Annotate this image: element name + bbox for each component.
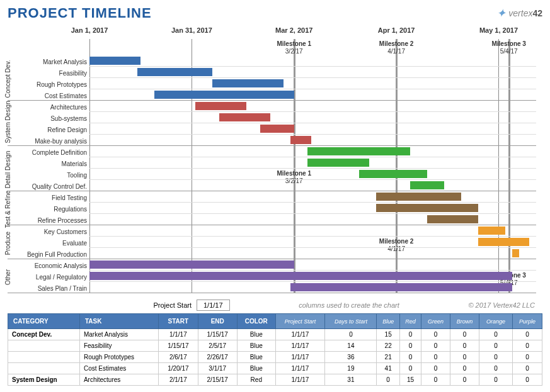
table-cell[interactable]: 0 — [325, 329, 377, 340]
table-cell[interactable] — [8, 363, 80, 374]
row-gridline — [89, 247, 536, 248]
table-cell[interactable]: 1/15/17 — [198, 329, 237, 340]
gantt-bar — [195, 102, 246, 110]
table-cell[interactable]: 2/1/17 — [159, 374, 198, 386]
table-cell[interactable]: Blue — [237, 363, 275, 374]
table-cell[interactable]: 15 — [377, 329, 399, 340]
axis-tick-label: May 1, 2017 — [479, 26, 518, 34]
table-cell[interactable]: 0 — [479, 340, 513, 352]
table-cell[interactable]: 14 — [325, 340, 377, 352]
gantt-bar — [260, 125, 294, 133]
table-cell[interactable]: 0 — [450, 374, 479, 386]
table-cell[interactable]: 1/20/17 — [159, 363, 198, 374]
table-cell[interactable]: Blue — [237, 329, 275, 340]
table-subheader: Red — [399, 314, 421, 329]
row-gridline — [89, 179, 536, 180]
gantt-bar — [307, 159, 369, 167]
table-cell[interactable]: 0 — [399, 363, 421, 374]
milestone-label: Milestone 35/4/17 — [491, 40, 525, 55]
table-cell[interactable]: 2/6/17 — [159, 352, 198, 363]
table-cell[interactable]: 0 — [421, 363, 450, 374]
table-cell[interactable]: Market Analysis — [79, 329, 158, 340]
table-cell[interactable]: 0 — [450, 352, 479, 363]
row-gridline — [89, 111, 536, 112]
columns-hint: columns used to create the chart — [230, 301, 469, 309]
task-label: Refine Design — [8, 125, 87, 136]
table-cell[interactable]: 0 — [479, 329, 513, 340]
table-cell[interactable]: Cost Estimates — [79, 363, 158, 374]
gantt-bar — [89, 272, 512, 280]
table-cell[interactable]: Blue — [237, 352, 275, 363]
table-cell[interactable]: Concept Dev. — [8, 329, 80, 340]
category-label: Detail Design — [4, 151, 11, 189]
table-cell[interactable]: 0 — [450, 340, 479, 352]
table-subheader: Green — [421, 314, 450, 329]
table-cell[interactable]: 19 — [325, 363, 377, 374]
table-cell[interactable]: 0 — [479, 352, 513, 363]
table-cell[interactable]: 1/15/17 — [159, 340, 198, 352]
table-cell[interactable]: 21 — [377, 352, 399, 363]
table-cell[interactable]: 1/1/17 — [275, 329, 325, 340]
page-title: PROJECT TIMELINE — [8, 5, 152, 21]
gantt-bar — [212, 79, 284, 87]
x-axis-labels: Jan 1, 2017Jan 31, 2017Mar 2, 2017Apr 1,… — [89, 26, 542, 39]
table-cell[interactable]: 0 — [479, 363, 513, 374]
task-label: Architectures — [8, 102, 87, 113]
table-cell[interactable]: 1/1/17 — [275, 363, 325, 374]
gantt-bar — [427, 215, 478, 223]
table-cell[interactable]: Blue — [237, 340, 275, 352]
table-cell[interactable]: 0 — [377, 374, 399, 386]
table-cell[interactable]: 0 — [450, 363, 479, 374]
project-start-value[interactable]: 1/1/17 — [197, 300, 230, 311]
row-gridline — [89, 281, 536, 282]
table-cell[interactable] — [8, 352, 80, 363]
milestone-label: Milestone 13/2/17 — [277, 40, 311, 55]
task-label: Complete Definition — [8, 147, 87, 159]
table-subheader: Project Start — [275, 314, 325, 329]
table-cell[interactable]: Red — [237, 374, 275, 386]
table-cell[interactable]: 1/1/17 — [159, 329, 198, 340]
table-cell[interactable]: 1/1/17 — [275, 374, 325, 386]
gantt-bar — [89, 57, 140, 65]
table-cell[interactable]: 1/1/17 — [275, 340, 325, 352]
table-cell[interactable]: 0 — [399, 340, 421, 352]
table-header: END — [198, 314, 237, 329]
table-cell[interactable]: 41 — [377, 363, 399, 374]
table-cell[interactable]: 22 — [377, 340, 399, 352]
table-cell[interactable]: 0 — [421, 374, 450, 386]
table-cell[interactable]: 0 — [512, 363, 542, 374]
table-cell[interactable]: 0 — [421, 340, 450, 352]
project-start-row: Project Start 1/1/17 columns used to cre… — [8, 300, 542, 311]
table-cell[interactable]: 0 — [479, 374, 513, 386]
table-cell[interactable]: System Design — [8, 374, 80, 386]
table-cell[interactable]: 36 — [325, 352, 377, 363]
table-cell[interactable] — [8, 340, 80, 352]
task-label: Rough Prototypes — [8, 79, 87, 91]
table-cell[interactable]: 0 — [399, 352, 421, 363]
table-cell[interactable]: 0 — [450, 329, 479, 340]
table-cell[interactable]: 2/26/17 — [198, 352, 237, 363]
table-cell[interactable]: 31 — [325, 374, 377, 386]
row-gridline — [89, 168, 536, 169]
table-cell[interactable]: 0 — [512, 329, 542, 340]
table-cell[interactable]: Feasibility — [79, 340, 158, 352]
table-cell[interactable]: 0 — [421, 352, 450, 363]
header: PROJECT TIMELINE ✦ vertex42 — [0, 0, 550, 24]
table-cell[interactable]: 1/1/17 — [275, 352, 325, 363]
table-cell[interactable]: 0 — [399, 329, 421, 340]
table-cell[interactable]: 2/5/17 — [198, 340, 237, 352]
logo-icon: ✦ — [496, 6, 506, 20]
task-label: Feasibility — [8, 68, 87, 79]
table-header: CATEGORY — [8, 314, 80, 329]
copyright: © 2017 Vertex42 LLC — [468, 301, 542, 309]
table-cell[interactable]: Architectures — [79, 374, 158, 386]
table-cell[interactable]: 0 — [421, 329, 450, 340]
table-cell[interactable]: Rough Prototypes — [79, 352, 158, 363]
table-cell[interactable]: 0 — [512, 340, 542, 352]
table-cell[interactable]: 0 — [512, 374, 542, 386]
table-cell[interactable]: 2/15/17 — [198, 374, 237, 386]
table-header: COLOR — [237, 314, 275, 329]
table-cell[interactable]: 0 — [512, 352, 542, 363]
table-cell[interactable]: 3/1/17 — [198, 363, 237, 374]
table-cell[interactable]: 15 — [399, 374, 421, 386]
